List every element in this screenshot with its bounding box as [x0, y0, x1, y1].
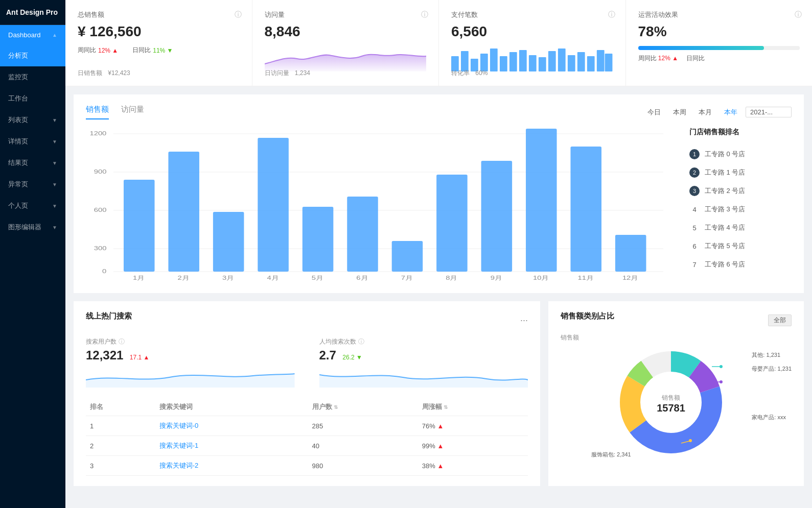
- info-icon-avg-search[interactable]: ⓘ: [358, 337, 364, 346]
- total-sales-week-badge: 周同比 12% ▲: [78, 46, 118, 55]
- sidebar-item-graph-editor[interactable]: 图形编辑器 ▼: [0, 216, 65, 238]
- row-rank: 3: [86, 456, 155, 476]
- payments-mini-chart: [451, 46, 613, 71]
- operations-progress-bar: [638, 46, 800, 50]
- svg-rect-4: [490, 49, 498, 71]
- svg-text:2月: 2月: [178, 275, 190, 281]
- user-count-trend: 17.1 ▲: [130, 354, 150, 361]
- period-week[interactable]: 本周: [669, 107, 690, 118]
- rank-badge-6: 6: [689, 241, 700, 251]
- table-row: 1 搜索关键词-0 285 76% ▲: [86, 416, 528, 436]
- all-button[interactable]: 全部: [768, 315, 792, 326]
- svg-text:12月: 12月: [622, 275, 638, 281]
- sort-icon-growth[interactable]: ⇅: [444, 404, 448, 410]
- store-item-6: 6 工专路 5 号店: [689, 237, 792, 255]
- chevron-icon-profile: ▼: [52, 203, 57, 209]
- svg-text:15781: 15781: [657, 402, 685, 414]
- search-user-count: 搜索用户数 ⓘ 12,321 17.1 ▲: [86, 337, 295, 390]
- stats-row: 总销售额 ⓘ ¥ 126,560 周同比 12% ▲ 日同比 11% ▼ 日销售…: [65, 0, 812, 86]
- store-item-5: 5 工专路 4 号店: [689, 219, 792, 237]
- table-row: 2 搜索关键词-1 40 99% ▲: [86, 436, 528, 456]
- search-section: 线上热门搜索 ··· 搜索用户数 ⓘ 12,321 17.1 ▲: [74, 301, 540, 486]
- sidebar-item-workbench[interactable]: 工作台: [0, 88, 65, 109]
- info-icon-payments[interactable]: ⓘ: [608, 10, 615, 19]
- chart-body: 1200 900 600 300 0: [86, 128, 792, 283]
- period-today[interactable]: 今日: [643, 107, 665, 118]
- row-users: 980: [308, 456, 418, 476]
- row-users: 285: [308, 416, 418, 436]
- visits-mini-chart: [265, 46, 427, 71]
- visits-value: 8,846: [265, 23, 427, 40]
- total-sales-day-badge: 日同比 11% ▼: [132, 46, 173, 55]
- sidebar-item-dashboard[interactable]: Dashboard ▲: [0, 25, 65, 45]
- info-icon-user-count[interactable]: ⓘ: [119, 337, 125, 346]
- legend-appliance: 家电产品: xxx: [752, 414, 792, 421]
- sort-icon-users[interactable]: ⇅: [334, 404, 338, 410]
- sidebar-item-monitor[interactable]: 监控页: [0, 66, 65, 88]
- info-icon-total-sales[interactable]: ⓘ: [235, 10, 242, 19]
- donut-legends: 其他: 1,231 母婴产品: 1,231 家电产品: xxx: [752, 351, 792, 427]
- bottom-row: 线上热门搜索 ··· 搜索用户数 ⓘ 12,321 17.1 ▲: [74, 301, 804, 486]
- svg-text:8月: 8月: [446, 275, 457, 281]
- svg-text:600: 600: [94, 207, 107, 213]
- row-growth: 76% ▲: [418, 416, 528, 436]
- stat-card-operations: 运营活动效果 ⓘ 78% 周同比 12% ▲ 日同比: [626, 0, 813, 86]
- payments-value: 6,560: [451, 23, 613, 40]
- sidebar-item-error[interactable]: 异常页 ▼: [0, 174, 65, 195]
- legend-maternity: 母婴产品: 1,231: [752, 365, 792, 373]
- svg-rect-8: [529, 55, 537, 71]
- rank-badge-2: 2: [689, 167, 700, 178]
- payments-title: 支付笔数: [451, 10, 613, 19]
- chart-tabs: 销售额 访问量: [86, 105, 144, 119]
- col-rank: 排名: [86, 398, 155, 416]
- svg-rect-35: [481, 161, 513, 272]
- store-ranking-title: 门店销售额排名: [689, 128, 792, 137]
- visits-title: 访问量: [265, 10, 427, 19]
- svg-rect-36: [526, 129, 557, 272]
- svg-text:300: 300: [94, 245, 107, 252]
- row-keyword: 搜索关键词-1: [155, 436, 308, 456]
- svg-point-63: [720, 380, 723, 383]
- period-year[interactable]: 本年: [720, 107, 741, 118]
- operations-title: 运营活动效果: [638, 10, 800, 19]
- chevron-icon-error: ▼: [52, 182, 57, 187]
- period-month[interactable]: 本月: [694, 107, 716, 118]
- rank-badge-5: 5: [689, 223, 700, 233]
- sidebar-item-detail[interactable]: 详情页 ▼: [0, 131, 65, 152]
- stat-card-payments: 支付笔数 ⓘ 6,560: [439, 0, 626, 86]
- svg-text:11月: 11月: [577, 275, 593, 281]
- rank-badge-3: 3: [689, 186, 700, 196]
- sidebar-item-result[interactable]: 结果页 ▼: [0, 152, 65, 174]
- user-count-chart: [86, 365, 295, 390]
- stat-card-visits: 访问量 ⓘ 8,846 日访问量 1,234: [252, 0, 439, 86]
- search-more-icon[interactable]: ···: [520, 315, 528, 326]
- svg-rect-9: [539, 57, 546, 71]
- chevron-icon-detail: ▼: [52, 139, 57, 144]
- info-icon-visits[interactable]: ⓘ: [421, 10, 428, 19]
- period-date-input[interactable]: [746, 107, 792, 117]
- sidebar-item-list[interactable]: 列表页 ▼: [0, 109, 65, 131]
- svg-text:销售额: 销售额: [661, 394, 680, 401]
- chart-section: 销售额 访问量 今日 本周 本月 本年 1200 900 600 300: [74, 94, 804, 293]
- svg-rect-10: [548, 51, 556, 71]
- svg-rect-12: [568, 55, 575, 71]
- store-item-4: 4 工专路 3 号店: [689, 200, 792, 219]
- chart-header: 销售额 访问量 今日 本周 本月 本年: [86, 105, 792, 119]
- donut-svg: 销售额 15781: [605, 346, 748, 458]
- svg-rect-11: [558, 49, 566, 71]
- sidebar-item-active-page[interactable]: 分析页: [0, 45, 65, 66]
- svg-text:9月: 9月: [491, 275, 502, 281]
- donut-header: 销售额类别占比 全部: [561, 311, 792, 329]
- chevron-icon-graph: ▼: [52, 225, 57, 230]
- svg-rect-7: [519, 50, 527, 71]
- col-growth: 周涨幅 ⇅: [418, 398, 528, 416]
- tab-sales[interactable]: 销售额: [86, 105, 109, 119]
- sidebar-item-profile[interactable]: 个人页 ▼: [0, 195, 65, 216]
- svg-rect-31: [303, 207, 334, 272]
- donut-chart-area: 销售额 15781 其他: 1,231 母婴产品: 1,231 家电产品: xx…: [561, 346, 792, 458]
- tab-visits[interactable]: 访问量: [121, 105, 144, 119]
- store-item-1: 1 工专路 0 号店: [689, 145, 792, 163]
- info-icon-operations[interactable]: ⓘ: [795, 10, 802, 19]
- app-logo: Ant Design Pro: [0, 0, 65, 25]
- store-item-3: 3 工专路 2 号店: [689, 182, 792, 200]
